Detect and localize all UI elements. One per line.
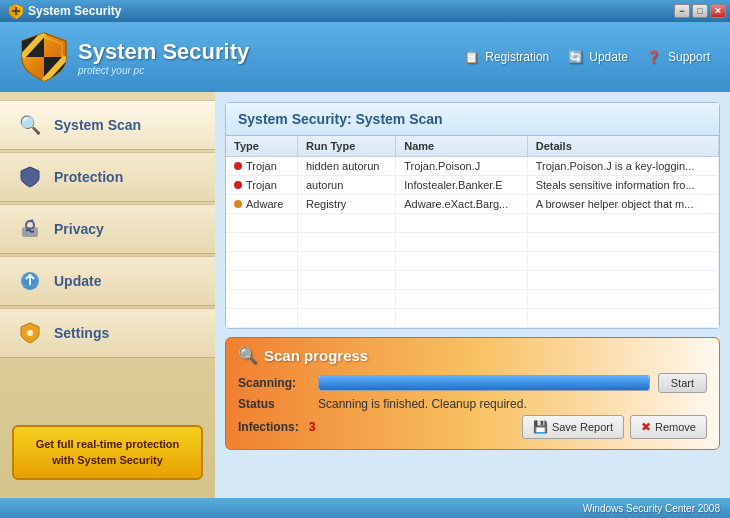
promo-text: Get full real-time protection with Syste… (36, 438, 180, 465)
cell-run-type: Registry (298, 195, 396, 214)
table-row-empty (226, 290, 719, 309)
footer: Windows Security Center 2008 (0, 498, 730, 518)
infections-label: Infections: (238, 420, 299, 434)
cell-type: Adware (226, 195, 298, 214)
scan-progress-title: Scan progress (264, 347, 368, 364)
threat-dot (234, 181, 242, 189)
registration-icon: 📋 (461, 47, 481, 67)
sidebar: 🔍 System Scan Protection Priv (0, 92, 215, 498)
scan-panel: System Security: System Scan Type Run Ty… (225, 102, 720, 329)
progress-bar-container (318, 375, 650, 391)
cell-details: Steals sensitive information fro... (527, 176, 718, 195)
sidebar-item-update[interactable]: Update (0, 256, 215, 306)
scan-table: Type Run Type Name Details Trojan hidden… (226, 136, 719, 328)
header: System Security protect your pc 📋 Regist… (0, 22, 730, 92)
cell-name: Trojan.Poison.J (396, 157, 527, 176)
cell-details: Trojan.Poison.J is a key-loggin... (527, 157, 718, 176)
cell-name: Infostealer.Banker.E (396, 176, 527, 195)
remove-button[interactable]: ✖ Remove (630, 415, 707, 439)
save-report-icon: 💾 (533, 420, 548, 434)
table-row[interactable]: Trojan hidden autorun Trojan.Poison.J Tr… (226, 157, 719, 176)
logo-area: System Security protect your pc (20, 31, 249, 83)
svg-point-12 (27, 330, 33, 336)
title-bar: System Security − □ ✕ (0, 0, 730, 22)
status-label: Status (238, 397, 318, 411)
settings-icon (16, 319, 44, 347)
cell-run-type: autorun (298, 176, 396, 195)
promo-box[interactable]: Get full real-time protection with Syste… (12, 425, 203, 480)
titlebar-buttons: − □ ✕ (674, 4, 726, 18)
content-area: System Security: System Scan Type Run Ty… (215, 92, 730, 498)
maximize-button[interactable]: □ (692, 4, 708, 18)
table-row-empty (226, 214, 719, 233)
sidebar-label-settings: Settings (54, 325, 109, 341)
table-row-empty (226, 309, 719, 328)
threat-dot (234, 162, 242, 170)
progress-bar-fill (319, 376, 649, 390)
registration-button[interactable]: 📋 Registration (461, 47, 549, 67)
cell-run-type: hidden autorun (298, 157, 396, 176)
save-report-button[interactable]: 💾 Save Report (522, 415, 624, 439)
privacy-icon (16, 215, 44, 243)
scan-panel-title: System Security: System Scan (226, 103, 719, 136)
scanning-label: Scanning: (238, 376, 318, 390)
logo-shield-icon (20, 31, 68, 83)
titlebar-title: System Security (28, 4, 121, 18)
status-text: Scanning is finished. Cleanup required. (318, 397, 527, 411)
system-scan-icon: 🔍 (16, 111, 44, 139)
support-button[interactable]: ❓ Support (644, 47, 710, 67)
table-row-empty (226, 271, 719, 290)
cell-type: Trojan (226, 157, 298, 176)
sidebar-label-update: Update (54, 273, 101, 289)
threat-dot (234, 200, 242, 208)
table-row[interactable]: Trojan autorun Infostealer.Banker.E Stea… (226, 176, 719, 195)
sidebar-item-system-scan[interactable]: 🔍 System Scan (0, 100, 215, 150)
titlebar-icon (8, 3, 24, 19)
col-name: Name (396, 136, 527, 157)
protection-icon (16, 163, 44, 191)
col-run-type: Run Type (298, 136, 396, 157)
sidebar-label-protection: Protection (54, 169, 123, 185)
table-row[interactable]: Adware Registry Adware.eXact.Barg... A b… (226, 195, 719, 214)
col-type: Type (226, 136, 298, 157)
update-button[interactable]: 🔄 Update (565, 47, 628, 67)
sidebar-label-system-scan: System Scan (54, 117, 141, 133)
logo-title: System Security (78, 39, 249, 65)
table-row-empty (226, 233, 719, 252)
remove-icon: ✖ (641, 420, 651, 434)
start-button[interactable]: Start (658, 373, 707, 393)
logo-subtitle: protect your pc (78, 65, 249, 76)
minimize-button[interactable]: − (674, 4, 690, 18)
scan-progress-icon: 🔍 (238, 346, 258, 365)
infections-count: 3 (309, 420, 316, 434)
update-icon (16, 267, 44, 295)
update-header-icon: 🔄 (565, 47, 585, 67)
sidebar-item-protection[interactable]: Protection (0, 152, 215, 202)
footer-text: Windows Security Center 2008 (583, 503, 720, 514)
cell-type: Trojan (226, 176, 298, 195)
col-details: Details (527, 136, 718, 157)
sidebar-item-settings[interactable]: Settings (0, 308, 215, 358)
cell-details: A browser helper object that m... (527, 195, 718, 214)
table-row-empty (226, 252, 719, 271)
progress-panel: 🔍 Scan progress Scanning: Start Status S… (225, 337, 720, 450)
close-button[interactable]: ✕ (710, 4, 726, 18)
header-actions: 📋 Registration 🔄 Update ❓ Support (461, 47, 710, 67)
sidebar-label-privacy: Privacy (54, 221, 104, 237)
support-icon: ❓ (644, 47, 664, 67)
sidebar-item-privacy[interactable]: Privacy (0, 204, 215, 254)
cell-name: Adware.eXact.Barg... (396, 195, 527, 214)
